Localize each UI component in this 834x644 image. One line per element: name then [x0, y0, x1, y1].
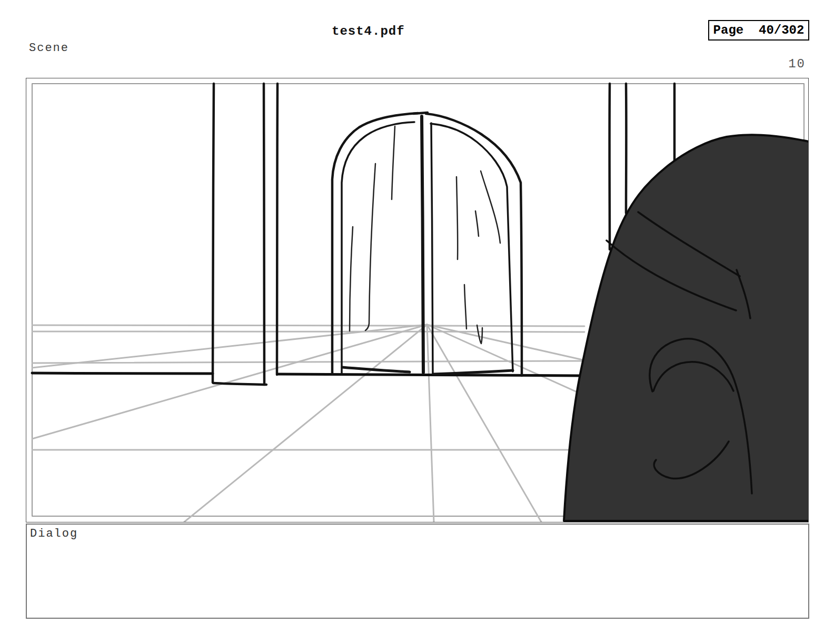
- document-title: test4.pdf: [332, 24, 405, 38]
- wall-base-line: [32, 373, 579, 376]
- scene-label: Scene: [29, 42, 69, 55]
- dialog-label: Dialog: [30, 527, 78, 540]
- vp-ray-left-3: [184, 325, 427, 522]
- horizon-line: [32, 325, 584, 326]
- storyboard-drawing: [26, 78, 808, 522]
- page-indicator-badge: Page 40/302: [708, 20, 809, 41]
- door-split-left: [422, 116, 423, 373]
- door-outer-left: [332, 113, 418, 374]
- scene-number: 10: [774, 57, 806, 71]
- door-bottom-right: [434, 370, 513, 374]
- pillar-edge: [277, 84, 277, 375]
- pillar-edge: [264, 84, 264, 385]
- perspective-lines: [32, 325, 611, 522]
- door-split-right: [431, 123, 433, 374]
- page-indicator-label: Page 40/302: [713, 23, 805, 37]
- left-wall-pillars: [213, 84, 277, 385]
- pillar-edge: [213, 84, 214, 383]
- figure-silhouette: [564, 135, 808, 521]
- figure-head-shape: [564, 135, 808, 521]
- storyboard-panel: [26, 78, 809, 522]
- door-inner-left: [342, 122, 414, 374]
- door-wood-grain: [350, 126, 500, 344]
- dialog-box: Dialog: [26, 524, 809, 619]
- pillar-base: [213, 383, 266, 385]
- horizon-line-2: [32, 331, 584, 332]
- door-bottom-left: [342, 367, 410, 372]
- door-outer-right: [426, 114, 522, 376]
- vp-ray-left-2: [32, 325, 427, 439]
- vp-ray-right-1: [427, 325, 541, 522]
- floor-guide-mid: [32, 361, 584, 363]
